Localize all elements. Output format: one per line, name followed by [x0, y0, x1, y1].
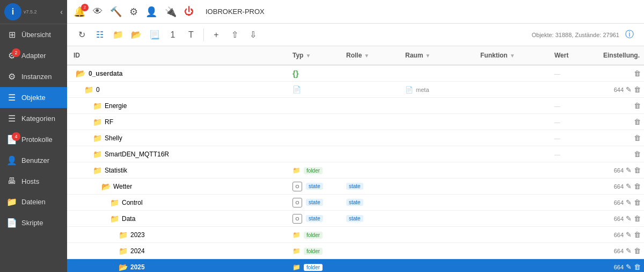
table-row-selected[interactable]: 📂 2025 📁 folder 664 ✎ 🗑 — [67, 259, 644, 272]
col-funktion-header[interactable]: Funktion ▼ — [480, 52, 550, 59]
delete-icon[interactable]: 🗑 — [634, 69, 641, 77]
col-rolle-header[interactable]: Rolle ▼ — [346, 52, 405, 59]
table-row[interactable]: 📁 Data O state state 664 ✎ 🗑 — [67, 211, 644, 227]
col-raum-header[interactable]: Raum ▼ — [405, 52, 480, 59]
sidebar-item-protokolle[interactable]: 📄 Protokolle 4 — [0, 129, 67, 150]
delete-icon-0[interactable]: 🗑 — [634, 85, 641, 94]
sidebar-item-kategorien[interactable]: ☰ Kategorien — [0, 108, 67, 129]
table-row[interactable]: 📁 2023 📁 folder 664 ✎ 🗑 — [67, 227, 644, 243]
sidebar-item-dateien[interactable]: 📁 Dateien — [0, 191, 67, 212]
col-typ-header[interactable]: Typ ▼ — [292, 52, 346, 59]
edit-statistik-icon[interactable]: ✎ — [626, 166, 632, 174]
json-braces-icon: {} — [292, 69, 299, 78]
wifi-off-icon[interactable]: 🔌 — [165, 6, 177, 18]
edit-2025-icon[interactable]: ✎ — [626, 263, 632, 271]
state-type-icon: O — [292, 182, 302, 191]
edit-2023-icon[interactable]: ✎ — [626, 231, 632, 239]
folder-type-icon: 📁 — [292, 167, 301, 174]
row-id-2024: 📁 2024 — [67, 247, 292, 255]
delete-data-icon[interactable]: 🗑 — [634, 214, 641, 223]
row-typ-0userdata: {} — [292, 69, 346, 78]
edit-control-icon[interactable]: ✎ — [626, 198, 632, 206]
delete-shelly-icon[interactable]: 🗑 — [634, 134, 641, 142]
delete-2024-icon[interactable]: 🗑 — [634, 247, 641, 255]
sidebar-item-skripte[interactable]: 📄 Skripte — [0, 212, 67, 233]
rolle-sort-icon: ▼ — [364, 53, 369, 59]
row-wert-shelly: — — [550, 135, 601, 141]
row-typ-data: O state — [292, 214, 346, 224]
row-id-0: 📁 0 — [67, 85, 292, 94]
sidebar-label-ubersicht: Übersicht — [21, 31, 51, 39]
table-row[interactable]: 📁 Energie — 🗑 — [67, 98, 644, 114]
settings-icon[interactable]: ⚙ — [129, 6, 138, 18]
table-row[interactable]: 📁 2024 📁 folder 664 ✎ 🗑 — [67, 243, 644, 259]
row-actions-statistik: 664 ✎ 🗑 — [601, 166, 644, 174]
sidebar-item-instanzen[interactable]: ⚙ Instanzen — [0, 66, 67, 87]
folder-2025-icon: 📂 — [119, 263, 128, 271]
upload-button[interactable]: ⇧ — [226, 27, 243, 43]
user-icon[interactable]: 👤 — [145, 6, 157, 18]
sidebar-item-hosts[interactable]: 🖶 Hosts — [0, 171, 67, 191]
row-actions-energie: 🗑 — [601, 102, 644, 110]
row-id-statistik: 📁 Statistik — [67, 166, 292, 175]
table-row[interactable]: 📁 RF — 🗑 — [67, 114, 644, 130]
edit-data-icon[interactable]: ✎ — [626, 214, 632, 223]
table-row[interactable]: 📁 0 📄 📄 meta 644 ✎ 🗑 — [67, 82, 644, 98]
folder-icon: 📁 — [84, 85, 93, 94]
delete-2023-icon[interactable]: 🗑 — [634, 231, 641, 239]
folder-smartden-icon: 📁 — [93, 150, 102, 159]
delete-2025-icon[interactable]: 🗑 — [634, 263, 641, 271]
download-button[interactable]: ⇩ — [245, 27, 261, 43]
objekte-icon: ☰ — [6, 92, 17, 103]
row-actions-control: 664 ✎ 🗑 — [601, 198, 644, 206]
rolle-badge-control: state — [346, 199, 363, 206]
sidebar-item-adapter[interactable]: ⚙ Adapter 2 — [0, 45, 67, 66]
table-row[interactable]: 📂 Wetter O state state 664 ✎ 🗑 — [67, 178, 644, 195]
folder-type-2023-icon: 📁 — [292, 231, 301, 239]
number-button[interactable]: 1 — [165, 27, 181, 43]
folder-button[interactable]: 📁 — [110, 27, 126, 43]
delete-smartden-icon[interactable]: 🗑 — [634, 150, 641, 158]
row-id-2025: 📂 2025 — [67, 263, 292, 271]
sidebar-item-objekte[interactable]: ☰ Objekte — [0, 87, 67, 108]
typ-badge-wetter: state — [306, 183, 323, 190]
sidebar-item-benutzer[interactable]: 👤 Benutzer — [0, 150, 67, 171]
notifications-icon[interactable]: 🔔 2 — [74, 6, 85, 18]
eye-icon[interactable]: 👁 — [93, 6, 103, 17]
typ-badge-data: state — [306, 215, 323, 222]
info-button[interactable]: ⓘ — [621, 27, 638, 43]
add-button[interactable]: + — [208, 27, 224, 43]
delete-wetter-icon[interactable]: 🗑 — [634, 182, 641, 190]
edit-icon[interactable]: ✎ — [626, 85, 632, 94]
tools-icon[interactable]: 🔨 — [110, 6, 122, 18]
doc-icon: 📄 — [292, 85, 301, 94]
folder-add-button[interactable]: 📃 — [147, 27, 163, 43]
funktion-sort-icon: ▼ — [510, 53, 515, 59]
col-einstellung-header: Einstellung. — [601, 52, 644, 59]
hostname-label: IOBROKER-PROX — [206, 8, 265, 16]
refresh-button[interactable]: ↻ — [74, 27, 90, 43]
col-id-header: ID — [67, 52, 292, 59]
table-header: ID Typ ▼ Rolle ▼ Raum ▼ Funktion ▼ Wert — [67, 46, 644, 66]
folder-open-button[interactable]: 📂 — [128, 27, 144, 43]
delete-statistik-icon[interactable]: 🗑 — [634, 166, 641, 174]
table-row[interactable]: 📁 Shelly — 🗑 — [67, 130, 644, 146]
benutzer-icon: 👤 — [6, 155, 17, 166]
text-button[interactable]: T — [183, 27, 199, 43]
list-view-button[interactable]: ☷ — [92, 27, 108, 43]
sidebar-item-ubersicht[interactable]: ⊞ Übersicht — [0, 24, 67, 45]
sidebar-collapse-btn[interactable]: ‹ — [60, 8, 63, 16]
folder-wetter-icon: 📂 — [101, 182, 111, 191]
edit-2024-icon[interactable]: ✎ — [626, 247, 632, 255]
row-label: RF — [105, 118, 113, 126]
table-row[interactable]: 📁 SmartDEN_MQTT16R — 🗑 — [67, 146, 644, 162]
delete-rf-icon[interactable]: 🗑 — [634, 118, 641, 126]
table-row[interactable]: 📁 Statistik 📁 folder 664 ✎ 🗑 — [67, 162, 644, 178]
table-row[interactable]: 📁 Control O state state 664 ✎ 🗑 — [67, 195, 644, 211]
row-typ-wetter: O state — [292, 182, 346, 191]
delete-control-icon[interactable]: 🗑 — [634, 198, 641, 206]
table-row[interactable]: 📂 0_userdata {} — 🗑 — [67, 66, 644, 82]
edit-wetter-icon[interactable]: ✎ — [626, 182, 632, 190]
delete-energie-icon[interactable]: 🗑 — [634, 102, 641, 110]
power-icon[interactable]: ⏻ — [184, 6, 194, 17]
